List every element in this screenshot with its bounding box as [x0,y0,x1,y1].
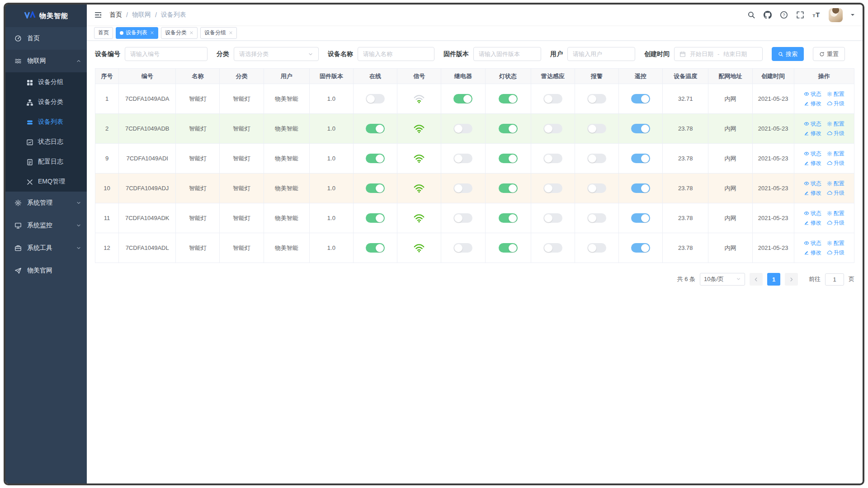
reset-button[interactable]: 重置 [813,47,845,61]
online-toggle[interactable] [366,154,385,163]
radar-toggle[interactable] [543,243,562,253]
edit-link[interactable]: 修改 [804,159,821,168]
edit-link[interactable]: 修改 [804,188,821,198]
next-page-button[interactable] [785,273,798,286]
sidebar-item-config-log[interactable]: 配置日志 [5,152,87,172]
tab-close-icon[interactable] [150,31,154,35]
remote-toggle[interactable] [631,154,650,163]
online-toggle[interactable] [366,243,385,253]
sidebar-item-iot[interactable]: 物联网 [5,50,87,72]
current-page-button[interactable]: 1 [767,273,780,286]
sidebar-item-device-list[interactable]: 设备列表 [5,112,87,132]
light-toggle[interactable] [499,243,518,253]
category-select[interactable]: 请选择分类 [234,47,319,61]
breadcrumb-item[interactable]: 首页 [109,11,122,19]
relay-toggle[interactable] [453,124,472,133]
firmware-input[interactable] [473,47,541,61]
user-input[interactable] [567,47,635,61]
status-link[interactable]: 状态 [804,179,821,188]
light-toggle[interactable] [499,124,518,133]
github-icon[interactable] [764,11,772,19]
help-icon[interactable]: ? [780,11,788,19]
sidebar-item-home[interactable]: 首页 [5,27,87,50]
avatar[interactable] [829,8,843,22]
sidebar-item-device-group[interactable]: 设备分组 [5,72,87,92]
radar-toggle[interactable] [543,154,562,163]
config-link[interactable]: 配置 [827,89,844,99]
page-size-select[interactable]: 10条/页 [700,273,745,286]
tab-close-icon[interactable] [229,31,233,35]
upgrade-link[interactable]: 升级 [827,248,844,258]
tab-首页[interactable]: 首页 [94,27,113,39]
config-link[interactable]: 配置 [827,119,844,129]
config-link[interactable]: 配置 [827,239,844,248]
edit-link[interactable]: 修改 [804,99,821,108]
alarm-toggle[interactable] [587,183,606,193]
upgrade-link[interactable]: 升级 [827,99,844,108]
light-toggle[interactable] [499,183,518,193]
relay-toggle[interactable] [453,213,472,223]
tab-设备分类[interactable]: 设备分类 [161,27,198,39]
remote-toggle[interactable] [631,243,650,253]
remote-toggle[interactable] [631,213,650,223]
radar-toggle[interactable] [543,213,562,223]
sidebar-item-system-manage[interactable]: 系统管理 [5,192,87,214]
remote-toggle[interactable] [631,183,650,193]
edit-link[interactable]: 修改 [804,218,821,228]
alarm-toggle[interactable] [587,213,606,223]
prev-page-button[interactable] [750,273,763,286]
search-icon[interactable] [747,11,755,19]
brand-logo[interactable]: 物美智能 [5,5,87,27]
remote-toggle[interactable] [631,124,650,133]
alarm-toggle[interactable] [587,243,606,253]
user-menu-caret-icon[interactable] [851,14,854,18]
sidebar-fold-icon[interactable] [94,11,102,19]
upgrade-link[interactable]: 升级 [827,159,844,168]
device-name-input[interactable] [358,47,434,61]
light-toggle[interactable] [499,213,518,223]
alarm-toggle[interactable] [587,124,606,133]
sidebar-item-device-category[interactable]: 设备分类 [5,92,87,112]
relay-toggle[interactable] [453,183,472,193]
status-link[interactable]: 状态 [804,239,821,248]
sidebar-item-official-site[interactable]: 物美官网 [5,259,87,282]
light-toggle[interactable] [499,154,518,163]
relay-toggle[interactable] [453,243,472,253]
radar-toggle[interactable] [543,94,562,103]
upgrade-link[interactable]: 升级 [827,188,844,198]
fullscreen-icon[interactable] [796,11,804,19]
sidebar-item-system-monitor[interactable]: 系统监控 [5,214,87,237]
alarm-toggle[interactable] [587,94,606,103]
status-link[interactable]: 状态 [804,209,821,218]
config-link[interactable]: 配置 [827,179,844,188]
edit-link[interactable]: 修改 [804,248,821,258]
radar-toggle[interactable] [543,124,562,133]
date-range-picker[interactable]: 开始日期 - 结束日期 [674,47,763,61]
sidebar-item-status-log[interactable]: 状态日志 [5,132,87,152]
alarm-toggle[interactable] [587,154,606,163]
font-size-icon[interactable]: TT [812,11,821,19]
config-link[interactable]: 配置 [827,209,844,218]
goto-page-input[interactable] [825,273,844,286]
sidebar-item-emq-manage[interactable]: EMQ管理 [5,172,87,192]
upgrade-link[interactable]: 升级 [827,218,844,228]
online-toggle[interactable] [366,213,385,223]
online-toggle[interactable] [366,124,385,133]
relay-toggle[interactable] [453,94,472,103]
status-link[interactable]: 状态 [804,89,821,99]
sidebar-item-system-tools[interactable]: 系统工具 [5,237,87,259]
search-button[interactable]: 搜索 [772,47,804,61]
status-link[interactable]: 状态 [804,119,821,129]
device-no-input[interactable] [125,47,208,61]
config-link[interactable]: 配置 [827,149,844,159]
light-toggle[interactable] [499,94,518,103]
online-toggle[interactable] [366,94,385,103]
radar-toggle[interactable] [543,183,562,193]
tab-设备分组[interactable]: 设备分组 [200,27,237,39]
online-toggle[interactable] [366,183,385,193]
edit-link[interactable]: 修改 [804,129,821,138]
remote-toggle[interactable] [631,94,650,103]
status-link[interactable]: 状态 [804,149,821,159]
tab-close-icon[interactable] [189,31,193,35]
upgrade-link[interactable]: 升级 [827,129,844,138]
